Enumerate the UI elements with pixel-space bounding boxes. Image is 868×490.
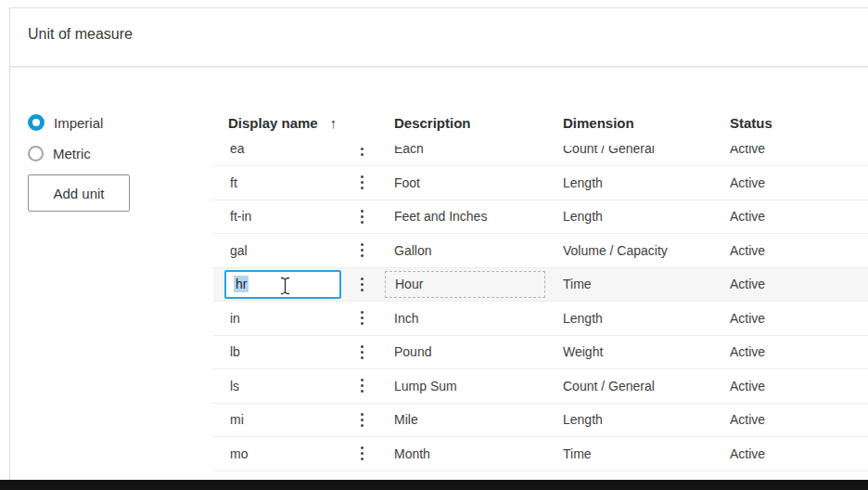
column-header-description[interactable]: Description bbox=[375, 115, 552, 131]
unit-status: Active bbox=[730, 412, 765, 427]
kebab-menu-icon[interactable] bbox=[355, 307, 369, 329]
unit-status: Active bbox=[730, 209, 765, 224]
radio-metric-label: Metric bbox=[53, 146, 91, 161]
add-unit-button[interactable]: Add unit bbox=[28, 174, 130, 212]
unit-display-name: ft-in bbox=[230, 209, 251, 224]
kebab-menu-icon[interactable] bbox=[355, 274, 369, 295]
unit-status: Active bbox=[730, 379, 765, 393]
unit-status: Active bbox=[730, 277, 765, 291]
table-row[interactable]: in Inch Length Active bbox=[213, 302, 868, 336]
table-row[interactable]: mo Month Time Active bbox=[213, 437, 868, 471]
table-row[interactable]: ea Each Count / General Active bbox=[213, 146, 868, 166]
radio-unselected-icon[interactable] bbox=[28, 146, 44, 161]
unit-display-name: mo bbox=[230, 446, 248, 461]
unit-dimension: Length bbox=[563, 209, 603, 224]
radio-selected-icon[interactable] bbox=[28, 114, 45, 131]
unit-display-name: mi bbox=[230, 412, 244, 427]
unit-dimension: Count / General bbox=[563, 379, 655, 393]
text-cursor-icon bbox=[280, 277, 290, 295]
kebab-menu-icon[interactable] bbox=[355, 172, 369, 193]
unit-dimension: Weight bbox=[563, 344, 603, 359]
selected-input-text: hr bbox=[234, 276, 249, 292]
unit-description: Month bbox=[394, 446, 430, 461]
table-row[interactable]: lb Pound Weight Active bbox=[213, 336, 868, 370]
unit-display-name: gal bbox=[230, 243, 248, 258]
description-edit-field[interactable]: Hour bbox=[385, 271, 545, 298]
unit-status: Active bbox=[730, 175, 765, 190]
radio-option-imperial[interactable]: Imperial bbox=[28, 114, 103, 131]
unit-display-name: ea bbox=[230, 146, 245, 156]
kebab-menu-icon[interactable] bbox=[355, 146, 369, 160]
unit-dimension: Length bbox=[563, 175, 603, 190]
unit-description: Feet and Inches bbox=[394, 209, 487, 224]
table-row[interactable]: ft Foot Length Active bbox=[213, 166, 868, 200]
radio-option-metric[interactable]: Metric bbox=[28, 146, 103, 161]
unit-status: Active bbox=[730, 146, 765, 156]
kebab-menu-icon[interactable] bbox=[355, 409, 369, 431]
radio-imperial-label: Imperial bbox=[54, 115, 103, 131]
unit-description: Hour bbox=[395, 277, 423, 291]
unit-description: Inch bbox=[394, 311, 418, 326]
unit-dimension: Volume / Capacity bbox=[563, 243, 668, 258]
unit-display-name: ft bbox=[230, 175, 237, 190]
kebab-menu-icon[interactable] bbox=[355, 239, 369, 261]
unit-dimension: Count / General bbox=[563, 146, 655, 156]
table-body-scroll-area[interactable]: ea Each Count / General Active ft Foot L… bbox=[213, 146, 868, 473]
table-row[interactable]: hr Hour Time Active bbox=[213, 268, 868, 303]
unit-dimension: Time bbox=[563, 277, 592, 291]
column-header-dimension[interactable]: Dimension bbox=[552, 115, 719, 131]
card-top-border bbox=[9, 7, 868, 8]
unit-status: Active bbox=[730, 243, 765, 258]
unit-display-name: in bbox=[230, 311, 240, 326]
table-header-row: Display name↑ Description Dimension Stat… bbox=[213, 99, 868, 146]
sort-ascending-icon: ↑ bbox=[330, 115, 338, 131]
kebab-menu-icon[interactable] bbox=[355, 342, 369, 363]
card-left-border bbox=[9, 7, 10, 480]
measurement-system-radio-group: Imperial Metric bbox=[28, 114, 103, 176]
unit-dimension: Length bbox=[563, 412, 603, 427]
bottom-bar bbox=[0, 480, 868, 490]
table-row[interactable]: ft-in Feet and Inches Length Active bbox=[213, 200, 868, 235]
unit-of-measure-page: Unit of measure Imperial Metric Add unit… bbox=[0, 0, 868, 490]
column-header-status[interactable]: Status bbox=[719, 115, 868, 131]
column-header-display-name[interactable]: Display name↑ bbox=[213, 115, 349, 131]
unit-description: Each bbox=[394, 146, 424, 156]
unit-display-name: lb bbox=[230, 344, 240, 359]
unit-display-name: ls bbox=[230, 379, 239, 393]
kebab-menu-icon[interactable] bbox=[355, 443, 369, 464]
kebab-menu-icon[interactable] bbox=[355, 206, 369, 227]
unit-status: Active bbox=[730, 311, 765, 326]
unit-description: Lump Sum bbox=[394, 379, 457, 393]
unit-dimension: Time bbox=[563, 446, 592, 461]
kebab-menu-icon[interactable] bbox=[355, 375, 369, 396]
unit-dimension: Length bbox=[563, 311, 603, 326]
table-row[interactable]: mi Mile Length Active bbox=[213, 404, 868, 438]
title-divider bbox=[9, 66, 868, 68]
table-row[interactable]: gal Gallon Volume / Capacity Active bbox=[213, 234, 868, 268]
unit-description: Mile bbox=[394, 412, 418, 427]
column-header-display-name-label: Display name bbox=[228, 115, 318, 131]
unit-description: Foot bbox=[394, 175, 420, 190]
table-row[interactable]: ls Lump Sum Count / General Active bbox=[213, 369, 868, 404]
unit-status: Active bbox=[730, 446, 765, 461]
page-title: Unit of measure bbox=[28, 26, 133, 43]
unit-description: Pound bbox=[394, 344, 431, 359]
unit-status: Active bbox=[730, 344, 765, 359]
unit-description: Gallon bbox=[394, 243, 431, 258]
display-name-edit-input[interactable]: hr bbox=[224, 270, 341, 299]
